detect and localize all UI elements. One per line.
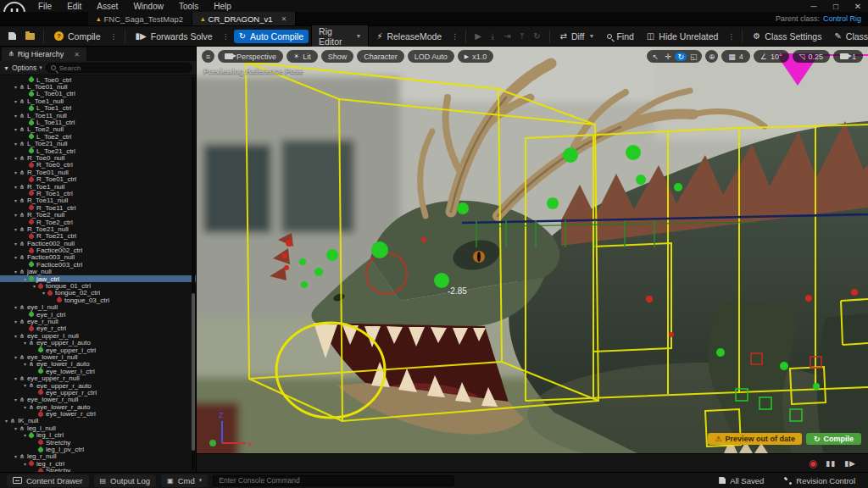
- close-button[interactable]: ✕: [848, 2, 868, 11]
- expander-icon[interactable]: ▾: [13, 396, 19, 402]
- tree-item-L_Toe11_ctrl[interactable]: L_Toe11_ctrl: [0, 119, 196, 125]
- expander-icon[interactable]: ▾: [22, 404, 28, 410]
- tab-level[interactable]: ▴ FNC_Saga_TestMap2: [88, 12, 192, 25]
- control-point[interactable]: [780, 362, 788, 370]
- translate-tool-icon[interactable]: ✛: [662, 53, 674, 61]
- forwards-solve-button[interactable]: ▮▶ Forwards Solve: [131, 30, 218, 43]
- all-saved-button[interactable]: All Saved: [713, 474, 770, 487]
- expander-icon[interactable]: ▾: [13, 269, 19, 274]
- control-point[interactable]: [371, 241, 388, 258]
- tree-item-Stretchy[interactable]: Stretchy: [0, 467, 196, 472]
- expander-icon[interactable]: ▾: [22, 361, 28, 367]
- tree-item-jaw_null[interactable]: ▾⋔jaw_null: [0, 269, 196, 275]
- release-mode-button[interactable]: ⚡ ReleaseMode: [371, 30, 447, 43]
- control-point[interactable]: [457, 202, 469, 214]
- console-command-input[interactable]: [213, 475, 454, 486]
- tree-item-Factice003_null[interactable]: ▾⋔Factice003_null: [0, 254, 196, 261]
- tree-item-L_Toe11_null[interactable]: ▾⋔L_Toe11_null: [0, 112, 196, 119]
- menu-file[interactable]: File: [31, 2, 59, 11]
- tree-item-eye_l_null[interactable]: ▾⋔eye_l_null: [0, 304, 196, 311]
- class-settings-button[interactable]: ⚙ Class Settings: [748, 30, 826, 43]
- scrollbar[interactable]: [192, 77, 195, 470]
- tree-item-R_Toe01_ctrl[interactable]: R_Toe01_ctrl: [0, 175, 196, 182]
- options-filter-button[interactable]: ▼ Options ▾: [3, 64, 42, 72]
- tree-item-R_Toe21_null[interactable]: ▾⋔R_Toe21_null: [0, 225, 196, 232]
- menu-help[interactable]: Help: [206, 2, 239, 11]
- step-out-icon[interactable]: ⤒: [517, 30, 527, 42]
- step-forward-button[interactable]: ▮▶: [844, 459, 856, 468]
- panel-close-icon[interactable]: ✕: [74, 51, 80, 58]
- expander-icon[interactable]: ▾: [13, 98, 19, 104]
- lod-dropdown[interactable]: LOD Auto: [408, 50, 454, 63]
- tree-item-eye_lower_r_auto[interactable]: ▾⋔eye_lower_r_auto: [0, 403, 196, 410]
- scale-snap-control[interactable]: ◹0.25: [793, 50, 830, 63]
- expander-icon[interactable]: ▾: [13, 226, 19, 232]
- grid-snap-control[interactable]: ▦4: [721, 50, 750, 63]
- tree-item-L_Toe1_null[interactable]: ▾⋔L_Toe1_null: [0, 97, 196, 104]
- show-dropdown[interactable]: Show: [321, 50, 354, 63]
- expander-icon[interactable]: ▾: [13, 197, 19, 203]
- rotate-tool-icon[interactable]: ↻: [675, 53, 687, 61]
- control-point[interactable]: [669, 332, 674, 337]
- expander-icon[interactable]: ▾: [13, 425, 19, 431]
- menu-window[interactable]: Window: [125, 2, 171, 11]
- compile-button[interactable]: ? Compile: [49, 30, 106, 43]
- tab-control-rig[interactable]: ▴ CR_DRAGON_v1 ✕: [192, 12, 296, 25]
- tree-item-R_Toe11_null[interactable]: ▾⋔R_Toe11_null: [0, 197, 196, 204]
- expander-icon[interactable]: ▾: [13, 184, 19, 190]
- select-tool-icon[interactable]: ↖: [649, 53, 661, 61]
- pause-button[interactable]: ▮▮: [826, 459, 836, 468]
- control-point[interactable]: [282, 253, 287, 258]
- control-point[interactable]: [547, 197, 559, 209]
- rig-hierarchy-tab[interactable]: ⋔ Rig Hierarchy ✕: [2, 47, 86, 61]
- expander-icon[interactable]: ▾: [13, 155, 19, 161]
- tree-item-eye_upper_l_auto[interactable]: ▾⋔eye_upper_l_auto: [0, 339, 196, 346]
- menu-edit[interactable]: Edit: [59, 2, 89, 11]
- expander-icon[interactable]: ▾: [22, 382, 28, 388]
- scale-tool-icon[interactable]: ◱: [687, 53, 699, 61]
- tree-item-leg_l_ctrl[interactable]: ▾leg_l_ctrl: [0, 432, 196, 439]
- tree-item-eye_lower_r_null[interactable]: ▾⋔eye_lower_r_null: [0, 396, 196, 403]
- expander-icon[interactable]: ▾: [13, 113, 19, 119]
- expander-icon[interactable]: ▾: [13, 375, 19, 381]
- tree-item-Factice002_null[interactable]: ▾⋔Factice002_null: [0, 240, 196, 247]
- control-point[interactable]: [716, 348, 725, 357]
- tree-item-eye_upper_r_null[interactable]: ▾⋔eye_upper_r_null: [0, 374, 196, 381]
- tree-item-R_Toe1_null[interactable]: ▾⋔R_Toe1_null: [0, 183, 196, 190]
- tree-item-leg_r_ctrl[interactable]: ▾leg_r_ctrl: [0, 460, 196, 467]
- control-point[interactable]: [421, 237, 426, 242]
- control-point[interactable]: [636, 175, 646, 185]
- tree-item-eye_r_ctrl[interactable]: eye_r_ctrl: [0, 325, 196, 332]
- expander-icon[interactable]: ▾: [22, 432, 28, 438]
- expander-icon[interactable]: ▾: [13, 333, 19, 339]
- play-button[interactable]: ▶: [471, 30, 485, 42]
- tree-item-eye_upper_l_null[interactable]: ▾⋔eye_upper_l_null: [0, 332, 196, 339]
- expander-icon[interactable]: ▾: [13, 453, 19, 459]
- expander-icon[interactable]: ▾: [3, 418, 9, 424]
- control-point[interactable]: [299, 258, 306, 265]
- expander-icon[interactable]: ▾: [22, 461, 28, 467]
- revision-control-button[interactable]: Revision Control: [778, 474, 861, 487]
- tree-item-Factice002_ctrl[interactable]: Factice002_ctrl: [0, 247, 196, 253]
- world-local-toggle-icon[interactable]: ⊕: [705, 50, 718, 63]
- rotation-snap-control[interactable]: ∠10°: [754, 50, 789, 63]
- tree-item-R_Toe0_null[interactable]: ▾⋔R_Toe0_null: [0, 154, 196, 161]
- control-point[interactable]: [646, 296, 653, 302]
- hide-unrelated-button[interactable]: ◫ Hide Unrelated: [642, 30, 724, 43]
- resume-icon[interactable]: ↻: [530, 30, 543, 42]
- expander-icon[interactable]: ▾: [31, 283, 37, 289]
- expander-icon[interactable]: ▾: [13, 241, 19, 247]
- tree-item-R_Toe2_null[interactable]: ▾⋔R_Toe2_null: [0, 211, 196, 218]
- control-point[interactable]: [851, 289, 858, 296]
- tree-item-R_Toe01_null[interactable]: ▾⋔R_Toe01_null: [0, 169, 196, 175]
- camera-speed-control[interactable]: 1: [833, 50, 863, 63]
- tree-item-leg_r_null[interactable]: ▾⋔leg_r_null: [0, 453, 196, 460]
- tree-item-L_Toe01_null[interactable]: ▾⋔L_Toe01_null: [0, 83, 196, 90]
- expander-icon[interactable]: ▾: [13, 169, 19, 175]
- expander-icon[interactable]: ▾: [13, 126, 19, 132]
- perspective-dropdown[interactable]: Perspective: [218, 50, 283, 63]
- expander-icon[interactable]: ▾: [13, 354, 19, 360]
- release-mode-options-icon[interactable]: ⋮: [449, 32, 460, 41]
- control-point[interactable]: [805, 295, 812, 302]
- compile-options-icon[interactable]: ⋮: [108, 32, 120, 41]
